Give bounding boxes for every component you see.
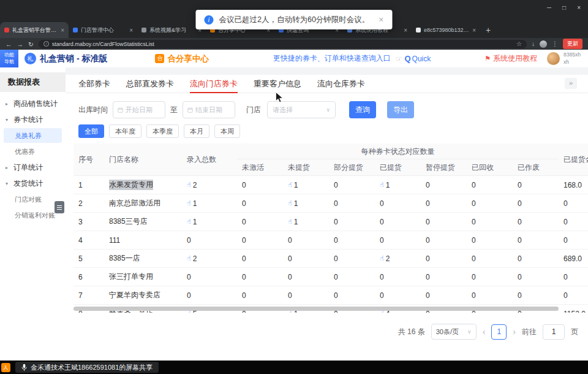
site-info-icon[interactable]: i: [43, 41, 49, 47]
cell-value: 0: [421, 286, 467, 304]
sidebar-item[interactable]: 优惠券: [0, 143, 66, 159]
reload-icon[interactable]: ↻: [28, 40, 34, 48]
col-total: 录入总数: [182, 143, 237, 175]
value-text: 0: [380, 291, 384, 300]
tab-close-icon[interactable]: ×: [472, 27, 476, 34]
back-icon[interactable]: ←: [6, 40, 12, 48]
download-icon[interactable]: ↓: [532, 40, 535, 47]
quick-filter-button[interactable]: 本周: [214, 124, 240, 138]
sidebar-item[interactable]: ▾发货统计: [0, 175, 66, 191]
store-name: 南京总部激活用: [109, 198, 160, 208]
value-text: 0: [472, 199, 476, 208]
cell-link[interactable]: ☝1: [182, 213, 237, 231]
update-button[interactable]: 更新: [563, 39, 582, 49]
horizontal-scrollbar[interactable]: [74, 307, 576, 311]
browser-profile-avatar[interactable]: [540, 40, 547, 48]
content-tab[interactable]: 全部券卡: [78, 75, 110, 93]
tab-close-icon[interactable]: ×: [404, 27, 407, 34]
page-size-select[interactable]: 30条/页 ∨: [431, 324, 477, 340]
sidebar-item[interactable]: 兑换礼券: [4, 128, 62, 143]
minimize-icon[interactable]: ─: [547, 4, 551, 11]
sidebar-item[interactable]: ▸订单统计: [0, 159, 66, 175]
forward-icon[interactable]: →: [17, 40, 24, 48]
store-name: 8385一店: [109, 253, 140, 264]
cell-link[interactable]: ☝1: [375, 176, 421, 194]
cell-link[interactable]: ☝1: [182, 194, 237, 212]
cell-value: 0: [467, 286, 513, 304]
cell-seq: 3: [74, 213, 104, 231]
statistics-table: 序号 门店名称 录入总数 每种券卡状态对应数量 未激活未提货部分提货已提货暂停提…: [66, 143, 588, 313]
value-text: 1: [294, 218, 298, 226]
cell-value: 0: [421, 194, 467, 212]
cell-link[interactable]: ☝2: [182, 176, 237, 194]
tab-close-icon[interactable]: ×: [129, 27, 133, 34]
maximize-icon[interactable]: □: [562, 4, 566, 11]
quick-filter-button[interactable]: 全部: [78, 124, 104, 138]
value-text: 0: [334, 236, 338, 245]
start-date-field[interactable]: [126, 106, 160, 113]
end-date-field[interactable]: [195, 106, 230, 113]
goto-page-input[interactable]: [543, 324, 565, 340]
cell-value: 0: [329, 213, 375, 231]
search-button[interactable]: 查询: [349, 101, 376, 118]
sidebar-item[interactable]: ▸商品销售统计: [0, 96, 66, 112]
share-app-icon[interactable]: 人: [1, 363, 10, 372]
cell-value: 0: [283, 286, 329, 304]
tutorial-link[interactable]: ⚑ 系统使用教程: [484, 53, 537, 64]
share-center-icon: 合: [155, 54, 164, 63]
col-amount: 已提货金额: [559, 143, 588, 175]
value-text: 0: [334, 218, 338, 226]
start-date-input[interactable]: [113, 101, 165, 118]
export-button[interactable]: 导出: [387, 101, 414, 118]
share-center-link[interactable]: 合 合分享中心: [155, 53, 209, 64]
nav-toggle[interactable]: 功能 导航: [0, 50, 18, 67]
cell-value: 0: [513, 250, 559, 267]
sidebar-drag-handle[interactable]: [55, 201, 64, 213]
scrollbar-thumb[interactable]: [74, 307, 559, 311]
quick-filter-button[interactable]: 本年度: [109, 124, 141, 138]
current-page[interactable]: 1: [491, 324, 507, 340]
browser-menu-icon[interactable]: ⋮: [552, 40, 558, 47]
quick-filter-button[interactable]: 本月: [184, 124, 209, 138]
cell-value: 0: [421, 231, 467, 249]
quick-filter-button[interactable]: 本季度: [146, 124, 179, 138]
quick-search-icon[interactable]: Q: [404, 54, 410, 63]
collapse-columns-button[interactable]: »: [565, 78, 577, 89]
end-date-input[interactable]: [183, 101, 235, 118]
cell-value: 0: [467, 268, 513, 286]
bookmark-star-icon[interactable]: ☆: [516, 40, 522, 47]
cell-amount: 0: [559, 268, 588, 286]
cell-link[interactable]: ☝2: [375, 250, 421, 267]
toast-close-icon[interactable]: ×: [379, 15, 383, 25]
content-tab[interactable]: 流向门店券卡: [190, 75, 238, 93]
content-tab[interactable]: 总部直发券卡: [126, 75, 174, 93]
cell-link[interactable]: ☝1: [283, 194, 329, 212]
user-avatar[interactable]: [547, 52, 560, 65]
content-tab[interactable]: 重要客户信息: [254, 75, 301, 93]
cell-link[interactable]: ☝2: [182, 250, 237, 267]
quick-label[interactable]: Quick: [412, 55, 431, 63]
cell-link[interactable]: ☝1: [283, 213, 329, 231]
store-select[interactable]: 请选择 ∨: [267, 101, 336, 118]
browser-tab[interactable]: 门店管理中心×: [69, 22, 137, 38]
user-info: 8385xh xh: [564, 52, 581, 65]
prev-page-icon[interactable]: ‹: [483, 327, 486, 337]
value-text: 0: [187, 236, 191, 245]
browser-tab[interactable]: e8c573980b1328a258fd2e6l×: [412, 22, 480, 38]
sidebar-item[interactable]: ▾券卡统计: [0, 112, 66, 128]
status-col-header: 未激活: [237, 159, 283, 175]
close-icon[interactable]: ×: [577, 4, 581, 11]
cell-amount: 168.0: [559, 176, 588, 194]
quick-entry-link[interactable]: 更快捷的券卡、订单和快递查询入口: [273, 53, 391, 64]
new-tab-button[interactable]: +: [481, 22, 495, 38]
url-text: standard.maboy.cn/CardFlowStatisticsList: [52, 41, 513, 47]
next-page-icon[interactable]: ›: [513, 327, 516, 337]
quick-filters: 全部本年度本季度本月本周: [78, 124, 588, 138]
cell-link[interactable]: ☝1: [283, 176, 329, 194]
tab-close-icon[interactable]: ×: [61, 27, 64, 34]
cell-value: 0: [283, 231, 329, 249]
browser-tab[interactable]: 礼盒营销平台管理中心×: [0, 22, 69, 38]
content-tab[interactable]: 流向仓库券卡: [317, 75, 365, 93]
address-bar[interactable]: i standard.maboy.cn/CardFlowStatisticsLi…: [39, 40, 527, 48]
value-text: 0: [380, 218, 384, 226]
